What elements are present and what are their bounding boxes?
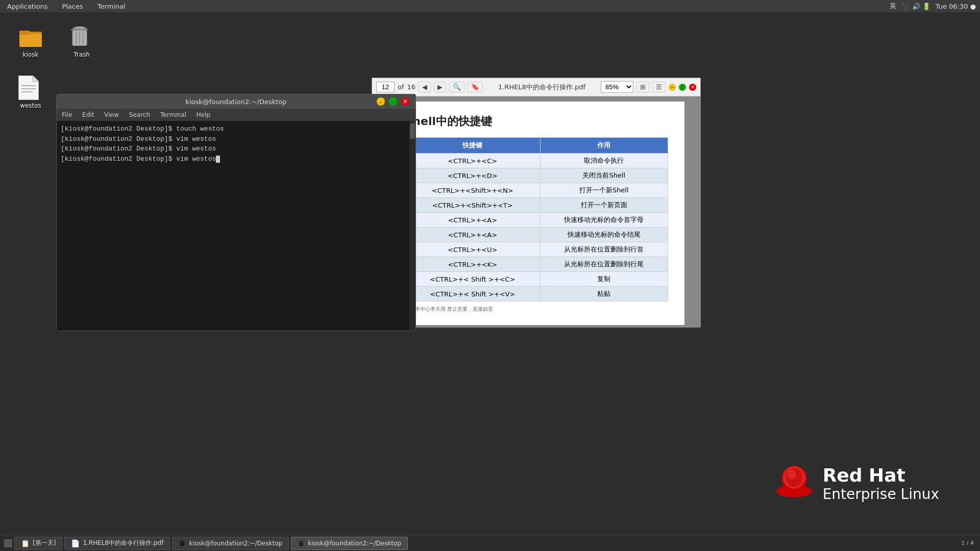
redhat-logo: Red Hat Enterprise Linux: [774, 463, 939, 504]
taskbar-page-info: 1 / 4: [961, 540, 974, 546]
desktop-icon-kiosk[interactable]: kiosk: [10, 22, 51, 60]
pdf-search-button[interactable]: 🔍: [449, 82, 464, 92]
redhat-line1: Red Hat: [823, 465, 939, 486]
table-row: 取消命令执行: [540, 154, 668, 168]
applications-menu[interactable]: Applications: [4, 2, 51, 11]
taskbar-item-terminal2[interactable]: 🖥 kiosk@foundation2:~/Desktop: [291, 537, 408, 550]
pdf-page-heading: Shell中的快捷键: [405, 114, 668, 129]
table-row: 从光标所在位置删除到行首: [540, 242, 668, 257]
taskbar-pdf-icon: 📄: [71, 539, 80, 547]
taskbar: 📋 [第一天] 📄 1.RHEL8中的命令行操作.pdf 🖥 kiosk@fou…: [0, 535, 980, 551]
pdf-minimize-button[interactable]: –: [669, 84, 676, 91]
taskbar-terminal2-icon: 🖥: [298, 539, 305, 547]
pdf-toolbar: of 16 ◀ ▶ 🔍 🔖 1.RHEL8中的命令行操作.pdf 85% 50%…: [372, 78, 700, 96]
pdf-title: 1.RHEL8中的命令行操作.pdf: [486, 83, 598, 92]
pdf-menu-button[interactable]: ☰: [652, 82, 666, 92]
redhat-text: Red Hat Enterprise Linux: [823, 465, 939, 503]
file-icon: [18, 76, 43, 100]
table-row: <CTRL>+< Shift >+<V>: [405, 287, 540, 302]
pdf-page-input[interactable]: [376, 82, 395, 92]
pdf-table-header-action: 作用: [540, 138, 668, 154]
taskbar-pdf-label: 1.RHEL8中的命令行操作.pdf: [83, 539, 163, 547]
taskbar-terminal2-label: kiosk@foundation2:~/Desktop: [308, 540, 401, 547]
terminal-line-1: [kiosk@foundation2 Desktop]$ touch westo…: [61, 124, 411, 134]
desktop-icon-trash[interactable]: Trash: [61, 22, 102, 60]
desktop-icon-kiosk-label: kiosk: [23, 51, 39, 58]
terminal-content[interactable]: [kiosk@foundation2 Desktop]$ touch westo…: [57, 121, 415, 331]
terminal-title: kiosk@foundation2:~/Desktop: [185, 98, 286, 106]
pdf-page-of: of: [398, 83, 404, 91]
pdf-maximize-button[interactable]: □: [679, 84, 686, 91]
terminal-menu-view[interactable]: View: [99, 110, 124, 119]
taskbar-item-firstday[interactable]: 📋 [第一天]: [14, 537, 62, 550]
terminal-menu-help[interactable]: Help: [191, 110, 215, 119]
terminal-close-button[interactable]: ✕: [401, 97, 409, 106]
pdf-total-pages: 16: [407, 83, 416, 91]
pdf-page: Shell中的快捷键 快捷键 作用 <CTRL>+<C>取消命令执行<CTRL>…: [388, 102, 684, 325]
pdf-next-button[interactable]: ▶: [434, 82, 446, 92]
taskbar-item-terminal1[interactable]: 🖥 kiosk@foundation2:~/Desktop: [172, 537, 289, 550]
table-row: 快速移动光标的命令结尾: [540, 228, 668, 242]
taskbar-item-pdf[interactable]: 📄 1.RHEL8中的命令行操作.pdf: [64, 537, 170, 550]
table-row: 打开一个新Shell: [540, 183, 668, 198]
desktop-icon-trash-label: Trash: [74, 51, 90, 58]
table-row: <CTRL>+<C>: [405, 154, 540, 168]
pdf-bookmark-button[interactable]: 🔖: [468, 82, 483, 92]
table-row: <CTRL>+<A>: [405, 228, 540, 242]
table-row: <CTRL>+<K>: [405, 257, 540, 272]
table-row: <CTRL>+<Shift>+<T>: [405, 198, 540, 213]
pdf-prev-button[interactable]: ◀: [419, 82, 431, 92]
pdf-viewer: of 16 ◀ ▶ 🔍 🔖 1.RHEL8中的命令行操作.pdf 85% 50%…: [372, 78, 701, 328]
terminal-menu-edit[interactable]: Edit: [77, 110, 99, 119]
svg-point-20: [788, 469, 796, 480]
terminal-menubar: File Edit View Search Terminal Help: [57, 109, 415, 121]
taskbar-app-button[interactable]: [4, 539, 12, 547]
desktop: kiosk Trash: [0, 12, 980, 535]
datetime-display: Tue 06:30 ●: [936, 3, 976, 10]
terminal-cursor: [216, 156, 220, 163]
places-menu[interactable]: Places: [59, 2, 86, 11]
table-row: 从光标所在位置删除到行尾: [540, 257, 668, 272]
terminal-window: kiosk@foundation2:~/Desktop – □ ✕ File E…: [56, 94, 416, 331]
terminal-minimize-button[interactable]: –: [377, 97, 385, 106]
terminal-menu[interactable]: Terminal: [94, 2, 129, 11]
taskbar-firstday-icon: 📋: [21, 539, 30, 547]
desktop-icon-westos-label: westos: [20, 102, 41, 109]
table-row: <CTRL>+<U>: [405, 242, 540, 257]
scroll-thumb: [410, 123, 415, 139]
taskbar-terminal1-icon: 🖥: [179, 539, 186, 547]
svg-marker-12: [33, 76, 39, 82]
terminal-line-2: [kiosk@foundation2 Desktop]$ vim westos: [61, 134, 411, 144]
system-tray-icons: ⬛ 🔊 🔋: [901, 3, 930, 10]
table-row: <CTRL>+< Shift >+<C>: [405, 272, 540, 287]
trash-icon: [69, 24, 94, 49]
table-row: <CTRL>+<A>: [405, 213, 540, 228]
terminal-menu-search[interactable]: Search: [124, 110, 155, 119]
table-row: <CTRL>+<D>: [405, 168, 540, 183]
terminal-line-3: [kiosk@foundation2 Desktop]$ vim westos: [61, 144, 411, 154]
svg-rect-4: [76, 27, 84, 28]
table-row: 粘贴: [540, 287, 668, 302]
redhat-line2: Enterprise Linux: [823, 486, 939, 503]
pdf-shortcuts-table: 快捷键 作用 <CTRL>+<C>取消命令执行<CTRL>+<D>关闭当前She…: [405, 137, 668, 302]
pdf-footer: 涓技术中心李天用 禁止意要，直接妨害: [405, 306, 668, 313]
terminal-titlebar: kiosk@foundation2:~/Desktop – □ ✕: [57, 94, 415, 109]
pdf-fit-button[interactable]: ⊞: [636, 82, 649, 92]
top-menubar: Applications Places Terminal 英 ⬛ 🔊 🔋 Tue…: [0, 0, 980, 12]
taskbar-firstday-label: [第一天]: [33, 539, 56, 547]
desktop-icon-westos[interactable]: westos: [10, 73, 51, 111]
table-row: 快速移动光标的命令首字母: [540, 213, 668, 228]
terminal-maximize-button[interactable]: □: [389, 97, 397, 106]
terminal-menu-terminal[interactable]: Terminal: [155, 110, 191, 119]
terminal-menu-file[interactable]: File: [57, 110, 77, 119]
pdf-zoom-select[interactable]: 85% 50% 75% 100% 125% 150% 200%: [601, 81, 633, 93]
redhat-icon: [774, 463, 815, 504]
pdf-close-button[interactable]: ✕: [689, 84, 696, 91]
pdf-table-header-shortcut: 快捷键: [405, 138, 540, 154]
folder-icon: [18, 24, 43, 49]
terminal-scrollbar[interactable]: [409, 121, 415, 331]
taskbar-terminal1-label: kiosk@foundation2:~/Desktop: [189, 540, 282, 547]
svg-rect-2: [19, 31, 30, 35]
svg-rect-1: [19, 34, 42, 47]
pdf-content: Shell中的快捷键 快捷键 作用 <CTRL>+<C>取消命令执行<CTRL>…: [372, 96, 700, 327]
